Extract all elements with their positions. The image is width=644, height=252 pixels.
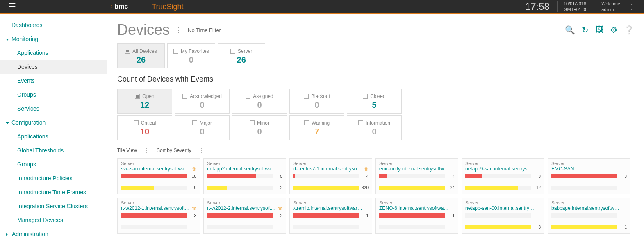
sidebar-item-devices[interactable]: Devices — [0, 60, 107, 74]
sidebar-item-services[interactable]: Services — [0, 102, 107, 116]
nav-configuration[interactable]: Configuration — [0, 116, 107, 129]
checkbox-icon — [250, 120, 255, 125]
warning-bar — [551, 185, 627, 191]
device-card[interactable]: Serversvc-san.internal.sentrysoftware.ne… — [117, 158, 200, 194]
checkbox-icon — [358, 120, 363, 125]
header-menu-icon[interactable]: ⋮ — [628, 2, 636, 11]
checkbox-icon — [230, 49, 235, 54]
device-name-link[interactable]: ZENO-6.internal.sentrysoftware.net — [379, 205, 449, 211]
warning-bar: 12 — [465, 185, 541, 191]
checkbox-icon — [304, 120, 309, 125]
bmc-logo: ›bmc — [111, 3, 128, 10]
warning-bar — [207, 224, 282, 230]
critical-bar — [465, 213, 541, 218]
device-name-link[interactable]: svc-san.internal.sentrysoftware.net — [121, 166, 190, 172]
refresh-icon[interactable]: ↻ — [582, 25, 589, 35]
filter-tile-server[interactable]: Server26 — [218, 43, 265, 68]
trash-icon[interactable]: 🗑 — [278, 206, 282, 211]
device-type-label: Server — [465, 161, 541, 166]
checkbox-icon — [135, 94, 140, 99]
gear-icon[interactable]: ⚙ — [610, 25, 617, 35]
filter-menu-icon[interactable]: ⋮ — [175, 26, 182, 34]
caret-right-icon — [6, 233, 9, 236]
filter-tile-closed[interactable]: Closed5 — [347, 89, 402, 114]
filter-tile-assigned[interactable]: Assigned0 — [232, 89, 287, 114]
device-name-link[interactable]: emc-unity.internal.sentrysoftware… — [379, 166, 449, 172]
filter-tile-critical[interactable]: Critical10 — [117, 115, 172, 140]
device-name-link[interactable]: xtremio.internal.sentrysoftware… — [293, 205, 363, 211]
timezone: GMT+01:00 — [564, 7, 587, 12]
device-type-label: Server — [551, 200, 627, 205]
device-name-link[interactable]: rt-w2012-2.internal.sentrysoftw… — [207, 205, 276, 211]
sidebar-item-managed-devices[interactable]: Managed Devices — [0, 213, 107, 227]
checkbox-icon — [192, 120, 197, 125]
sidebar-item-infrastructure-policies[interactable]: Infrastructure Policies — [0, 171, 107, 185]
warning-bar — [379, 224, 455, 230]
sidebar-item-groups[interactable]: Groups — [0, 88, 107, 102]
device-card[interactable]: Servernetapp2.internal.sentrysoftware.ne… — [203, 158, 286, 194]
filter-tile-warning[interactable]: Warning7 — [289, 115, 344, 140]
warning-bar: 320 — [293, 185, 369, 191]
filter-tile-information[interactable]: Information0 — [347, 115, 402, 140]
device-card[interactable]: Servernetapp-san-00.internal.sentrysoft…… — [462, 198, 544, 234]
caret-down-icon — [6, 122, 9, 124]
device-card[interactable]: Serverrt-w2012-1.internal.sentrysoftw…🗑3 — [117, 198, 200, 234]
search-icon[interactable]: 🔍 — [565, 25, 575, 35]
trash-icon[interactable]: 🗑 — [192, 206, 196, 211]
device-name-link[interactable]: babbage.internal.sentrysoftware.… — [551, 205, 621, 211]
time-filter-label[interactable]: No Time Filter — [188, 27, 221, 33]
sidebar-item-integration-service-clusters[interactable]: Integration Service Clusters — [0, 199, 107, 213]
trash-icon[interactable]: 🗑 — [364, 166, 369, 171]
date: 10/01/2018 — [564, 1, 587, 7]
sort-menu-icon[interactable]: ⋮ — [199, 148, 204, 153]
nav-monitoring[interactable]: Monitoring — [0, 32, 107, 46]
device-name-link[interactable]: rt-w2012-1.internal.sentrysoftw… — [121, 205, 190, 211]
nav-dashboards[interactable]: Dashboards — [0, 18, 107, 32]
filter-tile-major[interactable]: Major0 — [175, 115, 230, 140]
warning-bar: 9 — [121, 185, 196, 191]
device-name-link[interactable]: rt-centos7-1.internal.sentrysoft… — [293, 166, 362, 172]
sort-mode[interactable]: Sort by Severity — [157, 148, 191, 153]
image-icon[interactable]: 🖼 — [595, 25, 603, 35]
sidebar-item-infrastructure-time-frames[interactable]: Infrastructure Time Frames — [0, 185, 107, 199]
device-name-link[interactable]: netapp-san-00.internal.sentrysoft… — [465, 205, 535, 211]
device-card[interactable]: Serverxtremio.internal.sentrysoftware…1 — [289, 198, 372, 234]
header-right: 17:58 10/01/2018 GMT+01:00 Welcome admin… — [525, 1, 644, 13]
nav-administration[interactable]: Administration — [0, 227, 107, 241]
sidebar-item-applications[interactable]: Applications — [0, 46, 107, 60]
view-menu-icon[interactable]: ⋮ — [144, 148, 149, 153]
trash-icon[interactable]: 🗑 — [192, 166, 196, 171]
device-card[interactable]: Serverrt-w2012-2.internal.sentrysoftw…🗑2 — [203, 198, 286, 234]
filter-tile-all-devices[interactable]: All Devices26 — [117, 43, 165, 68]
warning-bar: 3 — [465, 224, 541, 230]
device-type-label: Server — [293, 200, 369, 205]
device-group-tabs: All Devices26My Favorites0Server26 — [117, 43, 634, 68]
filter-tile-blackout[interactable]: Blackout0 — [289, 89, 344, 114]
filter-tile-minor[interactable]: Minor0 — [232, 115, 287, 140]
filter-tile-my-favorites[interactable]: My Favorites0 — [167, 43, 215, 68]
device-name-link[interactable]: netapp9-san.internal.sentrysoftw… — [465, 166, 535, 172]
help-icon[interactable]: ❔ — [624, 25, 634, 35]
view-mode[interactable]: Tile View — [117, 148, 137, 153]
filter-tile-acknowledged[interactable]: Acknowledged0 — [175, 89, 230, 114]
device-card[interactable]: ServerZENO-6.internal.sentrysoftware.net… — [375, 198, 458, 234]
critical-bar — [551, 213, 627, 218]
device-type-label: Server — [293, 161, 369, 166]
user-name: admin — [601, 7, 620, 12]
device-name-link[interactable]: EMC-SAN — [551, 166, 574, 172]
device-card[interactable]: Serverbabbage.internal.sentrysoftware.…1 — [548, 198, 630, 234]
menu-toggle-icon[interactable]: ☰ — [0, 2, 16, 11]
sidebar-item-groups[interactable]: Groups — [0, 157, 107, 171]
device-name-link[interactable]: netapp2.internal.sentrysoftware.net — [207, 166, 277, 172]
filter-tile-open[interactable]: Open12 — [117, 89, 172, 114]
sidebar-item-events[interactable]: Events — [0, 74, 107, 88]
device-card[interactable]: Serverrt-centos7-1.internal.sentrysoft…🗑… — [289, 158, 372, 194]
sidebar-item-applications[interactable]: Applications — [0, 129, 107, 143]
filter-options-icon[interactable]: ⋮ — [227, 26, 233, 34]
device-card[interactable]: Servernetapp9-san.internal.sentrysoftw…3… — [462, 158, 544, 194]
device-card[interactable]: ServerEMC-SAN3 — [548, 158, 630, 194]
device-card[interactable]: Serveremc-unity.internal.sentrysoftware…… — [375, 158, 458, 194]
device-type-label: Server — [379, 200, 455, 205]
event-severity-tabs: Critical10Major0Minor0Warning7Informatio… — [117, 115, 634, 140]
sidebar-item-global-thresholds[interactable]: Global Thresholds — [0, 143, 107, 157]
